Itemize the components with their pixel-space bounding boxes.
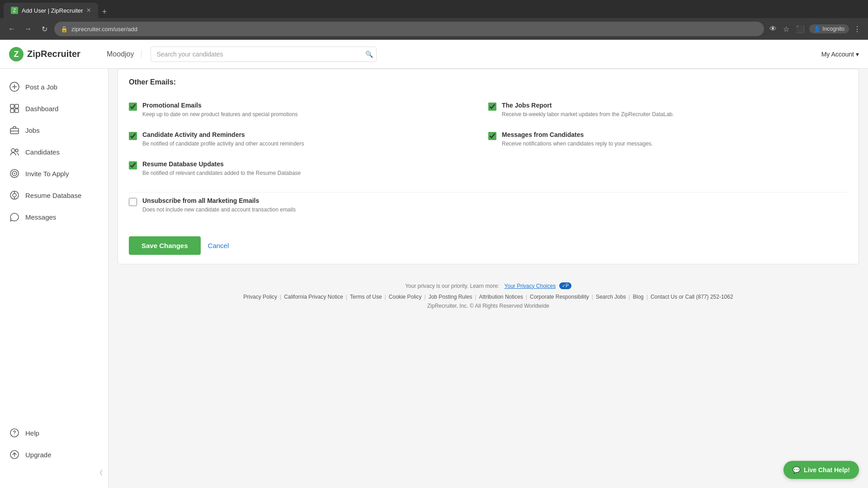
tab-title: Add User | ZipRecruiter bbox=[22, 7, 83, 14]
candidate-activity-title: Candidate Activity and Reminders bbox=[142, 131, 304, 138]
other-emails-header: Other Emails: bbox=[118, 69, 859, 94]
logo-area: Z ZipRecruiter bbox=[9, 47, 90, 61]
grid-icon bbox=[9, 103, 20, 114]
footer-link-attribution[interactable]: Attribution Notices bbox=[476, 294, 526, 300]
chevron-down-icon: ▾ bbox=[856, 51, 859, 58]
footer-link-terms[interactable]: Terms of Use bbox=[347, 294, 385, 300]
menu-icon[interactable]: ⋮ bbox=[852, 23, 863, 35]
sidebar-item-invite-to-apply[interactable]: Invite To Apply bbox=[0, 163, 108, 184]
svg-rect-5 bbox=[10, 104, 14, 108]
candidate-activity-checkbox[interactable] bbox=[129, 132, 137, 140]
resume-db-checkbox[interactable] bbox=[129, 161, 137, 169]
ziprecruter-logo-icon: Z bbox=[9, 47, 24, 61]
incognito-badge: 👤 Incognito bbox=[809, 24, 849, 33]
footer: Your privacy is our priority. Learn more… bbox=[118, 273, 859, 314]
email-options-grid: Promotional Emails Keep up to date on ne… bbox=[118, 94, 859, 185]
sidebar-item-help[interactable]: Help bbox=[0, 422, 108, 444]
sidebar-item-upgrade[interactable]: Upgrade bbox=[0, 444, 108, 465]
sidebar-item-dashboard[interactable]: Dashboard bbox=[0, 98, 108, 119]
sidebar-label-upgrade: Upgrade bbox=[25, 451, 52, 459]
lock-icon: 🔒 bbox=[61, 26, 68, 33]
resume-db-title: Resume Database Updates bbox=[142, 160, 301, 168]
resume-db-icon bbox=[9, 190, 20, 201]
footer-link-job-posting[interactable]: Job Posting Rules bbox=[426, 294, 475, 300]
sidebar-item-candidates[interactable]: Candidates bbox=[0, 141, 108, 163]
jobs-report-title: The Jobs Report bbox=[502, 102, 674, 109]
address-text: ziprecruiter.com/user/add bbox=[71, 26, 137, 33]
sidebar-label-candidates: Candidates bbox=[25, 148, 60, 156]
footer-link-blog[interactable]: Blog bbox=[630, 294, 646, 300]
save-changes-button[interactable]: Save Changes bbox=[129, 236, 201, 255]
messages-from-candidates-checkbox[interactable] bbox=[488, 132, 496, 140]
email-option-resume-db: Resume Database Updates Be notified of r… bbox=[129, 154, 488, 183]
email-option-jobs-report: The Jobs Report Receive bi-weekly labor … bbox=[488, 95, 848, 125]
unsubscribe-checkbox[interactable] bbox=[129, 198, 137, 206]
footer-link-contact[interactable]: Contact Us or Call (877) 252-1062 bbox=[648, 294, 736, 300]
messages-from-candidates-desc: Receive notifications when candidates re… bbox=[502, 140, 653, 148]
cancel-button[interactable]: Cancel bbox=[208, 242, 229, 249]
new-tab-button[interactable]: + bbox=[98, 5, 111, 18]
chat-icon: 💬 bbox=[793, 466, 800, 474]
users-icon bbox=[9, 146, 20, 157]
email-option-promo: Promotional Emails Keep up to date on ne… bbox=[129, 95, 488, 125]
resume-db-desc: Be notified of relevant candidates added… bbox=[142, 169, 301, 177]
footer-copyright: ZipRecruiter, Inc. © All Rights Reserved… bbox=[118, 303, 859, 309]
sidebar-label-messages: Messages bbox=[25, 213, 56, 221]
sidebar-label-dashboard: Dashboard bbox=[25, 105, 58, 113]
sidebar-label-resume-database: Resume Database bbox=[25, 192, 81, 199]
sidebar-label-invite-to-apply: Invite To Apply bbox=[25, 170, 69, 178]
forward-button[interactable]: → bbox=[22, 23, 34, 35]
footer-link-corporate[interactable]: Corporate Responsibility bbox=[527, 294, 592, 300]
svg-point-11 bbox=[11, 149, 15, 152]
sidebar-item-resume-database[interactable]: Resume Database bbox=[0, 184, 108, 206]
email-preferences-card: Other Emails: Promotional Emails Keep up… bbox=[118, 69, 859, 264]
plus-circle-icon bbox=[9, 81, 20, 92]
promo-emails-desc: Keep up to date on new product features … bbox=[142, 111, 298, 118]
svg-point-17 bbox=[13, 193, 16, 197]
jobs-report-desc: Receive bi-weekly labor market updates f… bbox=[502, 111, 674, 118]
sidebar-label-help: Help bbox=[25, 429, 39, 437]
footer-link-cookie[interactable]: Cookie Policy bbox=[386, 294, 425, 300]
sidebar-collapse-button[interactable]: 《 bbox=[0, 465, 108, 481]
workspace-name: Moodjoy bbox=[99, 50, 142, 58]
promo-emails-checkbox[interactable] bbox=[129, 103, 137, 111]
svg-rect-8 bbox=[15, 109, 19, 113]
active-tab[interactable]: Z Add User | ZipRecruiter × bbox=[4, 3, 98, 18]
footer-link-california[interactable]: California Privacy Notice bbox=[281, 294, 346, 300]
svg-point-15 bbox=[14, 173, 15, 174]
bookmark-icon[interactable]: ☆ bbox=[781, 23, 791, 35]
search-container: 🔍 bbox=[151, 47, 377, 62]
unsubscribe-option: Unsubscribe from all Marketing Emails Do… bbox=[129, 192, 848, 218]
sidebar-item-jobs[interactable]: Jobs bbox=[0, 119, 108, 141]
footer-link-search-jobs[interactable]: Search Jobs bbox=[593, 294, 629, 300]
address-bar[interactable]: 🔒 ziprecruiter.com/user/add bbox=[54, 22, 764, 36]
hide-password-icon: 👁 bbox=[768, 23, 778, 35]
sidebar-item-post-a-job[interactable]: Post a Job bbox=[0, 76, 108, 98]
unsubscribe-desc: Does not include new candidate and accou… bbox=[142, 206, 296, 214]
refresh-button[interactable]: ↻ bbox=[38, 23, 51, 35]
sidebar-item-messages[interactable]: Messages bbox=[0, 206, 108, 228]
email-option-messages-from-candidates: Messages from Candidates Receive notific… bbox=[488, 125, 848, 154]
svg-text:Z: Z bbox=[14, 50, 19, 59]
tab-favicon: Z bbox=[11, 7, 18, 14]
svg-point-21 bbox=[14, 435, 15, 436]
sidebar-label-post-a-job: Post a Job bbox=[25, 83, 57, 91]
live-chat-button[interactable]: 💬 Live Chat Help! bbox=[783, 461, 859, 479]
candidate-activity-desc: Be notified of candidate profile activit… bbox=[142, 140, 304, 148]
my-account-button[interactable]: My Account ▾ bbox=[821, 51, 859, 58]
footer-link-privacy-policy[interactable]: Privacy Policy bbox=[241, 294, 280, 300]
upgrade-icon bbox=[9, 449, 20, 460]
search-icon[interactable]: 🔍 bbox=[365, 51, 373, 58]
back-button[interactable]: ← bbox=[5, 23, 18, 35]
svg-rect-6 bbox=[15, 104, 19, 108]
promo-emails-title: Promotional Emails bbox=[142, 102, 298, 109]
jobs-report-checkbox[interactable] bbox=[488, 103, 496, 111]
svg-rect-7 bbox=[10, 109, 14, 113]
search-input[interactable] bbox=[151, 47, 377, 62]
briefcase-icon bbox=[9, 125, 20, 136]
sidebar: Post a Job Dashboard bbox=[0, 69, 108, 488]
split-screen-icon[interactable]: ⬛ bbox=[794, 23, 807, 35]
privacy-choices-link[interactable]: Your Privacy Choices bbox=[505, 283, 556, 289]
tab-close-button[interactable]: × bbox=[87, 6, 91, 14]
svg-point-12 bbox=[15, 149, 18, 152]
